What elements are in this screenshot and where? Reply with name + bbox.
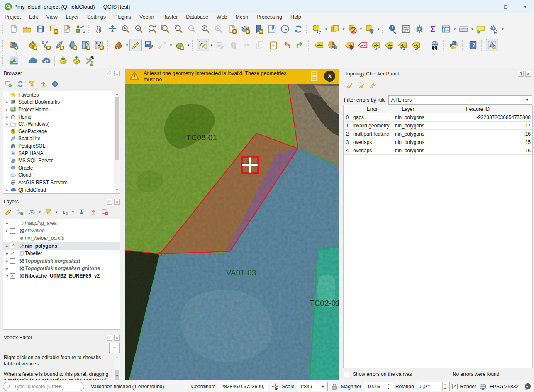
move-label-button[interactable]: abc bbox=[383, 39, 395, 51]
paste-features-button[interactable] bbox=[267, 39, 280, 51]
select-features-button[interactable] bbox=[311, 23, 324, 35]
layer-visibility-checkbox[interactable] bbox=[10, 228, 15, 234]
browser-item-arcgis-rest-servers[interactable]: ArcGIS REST Servers bbox=[3, 179, 120, 186]
error-row[interactable]: 4overlapsnin_polygons16 bbox=[344, 146, 532, 155]
new-geopackage-layer-button[interactable] bbox=[27, 39, 39, 51]
python-console-button[interactable] bbox=[448, 39, 460, 51]
browser-item-c-windows[interactable]: ▸C:\ (Windows) bbox=[3, 120, 120, 128]
expander-icon[interactable]: ▸ bbox=[5, 229, 10, 233]
menu-settings[interactable]: Settings bbox=[83, 13, 110, 21]
toggle-editing-button[interactable] bbox=[129, 39, 142, 51]
processing-toolbox-button[interactable] bbox=[413, 23, 426, 35]
coordinate-tracking-icon[interactable] bbox=[271, 382, 279, 391]
layer-diagram-options-button[interactable] bbox=[326, 39, 339, 51]
temporal-controller-button[interactable] bbox=[279, 23, 291, 35]
new-mesh-layer-button[interactable] bbox=[93, 39, 105, 51]
browser-item-spatial-bookmarks[interactable]: ▸Spatial Bookmarks bbox=[3, 99, 120, 106]
undo-button[interactable] bbox=[280, 39, 293, 51]
layer-visibility-checkbox[interactable] bbox=[10, 258, 15, 264]
save-project-button[interactable] bbox=[34, 23, 46, 35]
remove-layer-button[interactable] bbox=[100, 207, 110, 217]
menu-web[interactable]: Web bbox=[212, 13, 232, 21]
statistical-summary-button[interactable]: Σ bbox=[427, 23, 439, 35]
map-canvas[interactable]: TC08-01 VA01-03 TC02-01 At least one geo… bbox=[125, 69, 339, 380]
change-label-button[interactable]: abc bbox=[410, 39, 422, 51]
refresh-browser-button[interactable] bbox=[15, 79, 25, 89]
browser-item-oracle[interactable]: Oracle bbox=[3, 164, 120, 172]
deselect-features-button[interactable] bbox=[346, 23, 358, 35]
select-by-location-button[interactable] bbox=[363, 23, 376, 35]
vertex-editor-menu-button[interactable]: ≡ bbox=[109, 343, 120, 353]
menu-layer[interactable]: Layer bbox=[62, 13, 83, 21]
browser-close-button[interactable]: × bbox=[114, 71, 120, 76]
browser-float-button[interactable] bbox=[107, 71, 112, 76]
close-button[interactable]: × bbox=[515, 0, 534, 13]
vertex-tool-button[interactable] bbox=[197, 39, 209, 51]
menu-edit[interactable]: Edit bbox=[25, 13, 42, 21]
expander-icon[interactable]: ▸ bbox=[5, 107, 10, 112]
layer-visibility-checkbox[interactable] bbox=[10, 221, 15, 226]
layer-item-topografisk-norgeskart[interactable]: ▸Topografisk norgeskart bbox=[3, 257, 120, 265]
zoom-last-button[interactable] bbox=[199, 23, 212, 35]
show-hide-labels-button[interactable]: abc bbox=[370, 39, 382, 51]
new-3d-map-view-button[interactable] bbox=[239, 23, 251, 35]
layer-visibility-checkbox[interactable] bbox=[10, 266, 15, 271]
select-features-dropdown[interactable]: ▾ bbox=[324, 27, 328, 31]
layer-item-nin-polygons[interactable]: ▸✓nin_polygons bbox=[3, 242, 120, 250]
menu-project[interactable]: Project bbox=[0, 13, 25, 21]
error-row[interactable]: 1invalid geometrynin_polygons17 bbox=[344, 122, 532, 130]
magnifier-spin-arrows[interactable]: ▲▼ bbox=[386, 382, 390, 391]
vertex-editor-close-button[interactable]: × bbox=[114, 335, 120, 341]
save-layer-edits-button[interactable] bbox=[143, 39, 155, 51]
browser-scrollbar[interactable]: ▲▼ bbox=[114, 91, 120, 193]
topology-float-button[interactable] bbox=[518, 71, 524, 77]
zoom-out-button[interactable] bbox=[133, 23, 145, 35]
layer-visibility-checkbox[interactable]: ✓ bbox=[10, 273, 15, 279]
browser-item-home[interactable]: ▸Home bbox=[3, 113, 120, 121]
browser-item-spatialite[interactable]: SpatiaLite bbox=[3, 135, 120, 143]
expander-icon[interactable]: ▸ bbox=[5, 266, 10, 270]
error-row[interactable]: 2multipart featurenin_polygons16 bbox=[344, 130, 532, 138]
zoom-to-selection-button[interactable] bbox=[159, 23, 172, 35]
current-edits-button[interactable] bbox=[112, 39, 124, 51]
collapse-all-button[interactable] bbox=[88, 207, 98, 217]
unpackage-layers-button[interactable] bbox=[70, 54, 83, 67]
style-manager-button[interactable] bbox=[61, 23, 73, 35]
render-checkbox[interactable]: ✓ bbox=[452, 384, 458, 389]
field-calculator-button[interactable] bbox=[400, 23, 412, 35]
feature-action-dropdown[interactable]: ▾ bbox=[501, 27, 505, 31]
collapse-all-button[interactable] bbox=[38, 79, 48, 89]
select-by-form-dropdown[interactable]: ▾ bbox=[341, 27, 346, 31]
menu-raster[interactable]: Raster bbox=[158, 13, 182, 21]
browser-item-sap-hana[interactable]: SAP HANA bbox=[3, 150, 120, 157]
filter-browser-button[interactable] bbox=[27, 79, 37, 89]
browser-item-cloud[interactable]: Cloud bbox=[3, 172, 120, 179]
minimize-button[interactable]: ─ bbox=[477, 0, 496, 13]
layer-labeling-options-button[interactable]: abc bbox=[313, 39, 325, 51]
nin-mapper-button[interactable] bbox=[7, 54, 20, 67]
menu-vector[interactable]: Vector bbox=[135, 13, 158, 21]
zoom-full-button[interactable] bbox=[146, 23, 158, 35]
layer-visibility-checkbox[interactable] bbox=[10, 236, 15, 241]
pin-unpin-labels-button[interactable]: ab bbox=[343, 39, 356, 51]
plugin-tools-button[interactable] bbox=[83, 54, 96, 67]
new-map-view-button[interactable] bbox=[226, 23, 238, 35]
vertex-editor-scrollbar[interactable]: ▲▼ bbox=[114, 355, 120, 379]
layer-item-nin-helper-points[interactable]: nin_helper_points bbox=[3, 234, 120, 242]
layer-item-mapping-area[interactable]: ▸mapping_area bbox=[3, 219, 120, 227]
browser-item-geopackage[interactable]: GeoPackage bbox=[3, 128, 120, 135]
redo-button[interactable] bbox=[294, 39, 306, 51]
package-layers-button[interactable] bbox=[57, 54, 69, 67]
magnifier-input[interactable] bbox=[366, 383, 385, 390]
scale-combo[interactable]: 1:849▼ bbox=[297, 382, 328, 391]
vertex-tool-dropdown[interactable]: ▾ bbox=[210, 43, 214, 47]
filter-by-expression-dropdown[interactable]: ▾ bbox=[71, 210, 75, 214]
layer-item-tabeller[interactable]: ▸✓Tabeller bbox=[3, 250, 120, 257]
expander-icon[interactable]: ▸ bbox=[5, 100, 10, 104]
pan-to-selection-button[interactable] bbox=[106, 23, 119, 35]
crs-status[interactable]: EPSG:25832 bbox=[490, 384, 519, 390]
topology-close-button[interactable]: × bbox=[525, 71, 531, 77]
show-spatial-bookmarks-button[interactable] bbox=[266, 23, 278, 35]
validate-extent-button[interactable] bbox=[356, 80, 366, 90]
column-feature-id[interactable]: Feature ID bbox=[423, 105, 532, 113]
